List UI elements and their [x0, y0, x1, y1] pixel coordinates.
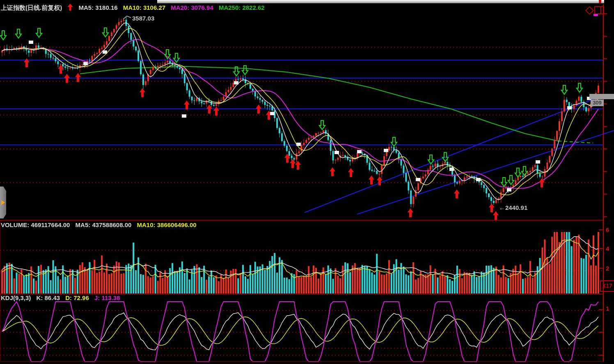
kdj-region[interactable]	[0, 294, 603, 361]
magenta-marker-icon	[593, 14, 598, 16]
up-arrow-icon	[67, 4, 73, 12]
kdj-j-label: J: 113.38	[94, 294, 120, 301]
low-price-annotation: ←2440.91	[499, 204, 527, 211]
volume-axis-label-2: 2	[606, 265, 609, 272]
volume-ma10-label: MA10: 386606496.00	[137, 221, 197, 228]
current-price-tag: 309	[591, 100, 604, 106]
volume-axis-label-6: 6	[606, 226, 609, 233]
window-pane-divider	[600, 7, 601, 14]
kdj-d-label: D: 72.96	[65, 294, 89, 301]
volume-value-label: VOLUME: 469117664.00	[1, 221, 70, 228]
ma20-value-label: MA20: 3076.94	[171, 4, 213, 11]
volume-region[interactable]	[0, 221, 603, 293]
high-price-annotation: 3587.03	[132, 15, 154, 22]
trading-app-window: 上证指数(日线.前复权) MA5: 3180.16 MA10: 3106.27 …	[0, 0, 614, 364]
volume-axis-label-4: 4	[606, 245, 609, 252]
current-price-bar	[589, 94, 614, 99]
sidebar-expand-tab[interactable]	[0, 187, 6, 218]
ma250-value-label: MA250: 2822.62	[219, 4, 265, 11]
window-panes-icon[interactable]	[594, 6, 604, 14]
kdj-k-label: K: 86.43	[37, 294, 60, 301]
window-top-edge	[157, 0, 604, 3]
kdj-axis-label-100: 1	[606, 305, 609, 312]
kdj-header: KDJ(9,3,3) K: 86.43 D: 72.96 J: 113.38	[1, 294, 124, 301]
main-chart-region[interactable]	[0, 11, 603, 220]
volume-multiplier-badge: X17	[600, 280, 614, 292]
title-bar: 上证指数(日线.前复权) MA5: 3180.16 MA10: 3106.27 …	[1, 4, 268, 12]
volume-header: VOLUME: 469117664.00 MA5: 437588608.00 M…	[1, 221, 200, 228]
window-top-edge-mark	[599, 0, 601, 3]
volume-ma5-label: MA5: 437588608.00	[76, 221, 132, 228]
ma5-value-label: MA5: 3180.16	[79, 4, 118, 11]
expand-triangle-icon	[1, 200, 5, 205]
kdj-indicator-label: KDJ(9,3,3)	[1, 294, 31, 301]
symbol-label: 上证指数(日线.前复权)	[1, 4, 62, 11]
ma10-value-label: MA10: 3106.27	[123, 4, 165, 11]
